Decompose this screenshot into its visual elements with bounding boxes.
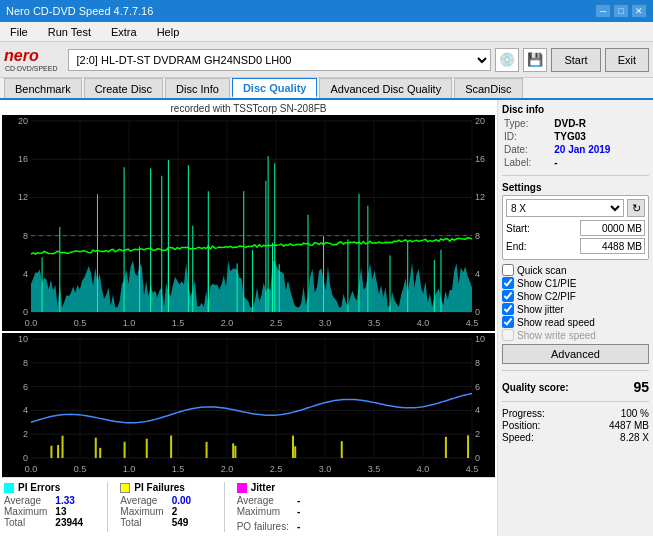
speed-value: 8.28 X <box>620 432 649 443</box>
quality-score-label: Quality score: <box>502 382 569 393</box>
pi-failures-total-value: 549 <box>172 517 212 528</box>
disc-icon-button[interactable]: 💿 <box>495 48 519 72</box>
progress-label: Progress: <box>502 408 545 419</box>
show-read-speed-label: Show read speed <box>517 317 595 328</box>
title-bar: Nero CD-DVD Speed 4.7.7.16 ─ □ ✕ <box>0 0 653 22</box>
quick-scan-row: Quick scan <box>502 264 649 276</box>
pi-failures-label: PI Failures <box>134 482 185 493</box>
chart-title: recorded with TSSTcorp SN-208FB <box>2 102 495 115</box>
show-jitter-checkbox[interactable] <box>502 303 514 315</box>
save-icon-button[interactable]: 💾 <box>523 48 547 72</box>
disc-id-row: ID: TYG03 <box>502 130 649 143</box>
disc-date-value: 20 Jan 2019 <box>552 143 649 156</box>
toolbar: nero CD·DVD/SPEED [2:0] HL-DT-ST DVDRAM … <box>0 42 653 78</box>
end-input[interactable] <box>580 238 645 254</box>
maximize-button[interactable]: □ <box>613 4 629 18</box>
tab-benchmark[interactable]: Benchmark <box>4 78 82 98</box>
disc-date-label: Date: <box>502 143 552 156</box>
show-write-speed-label: Show write speed <box>517 330 596 341</box>
chart-area: recorded with TSSTcorp SN-208FB PI Error… <box>0 100 498 536</box>
exit-button[interactable]: Exit <box>605 48 649 72</box>
drive-selector[interactable]: [2:0] HL-DT-ST DVDRAM GH24NSD0 LH00 <box>68 49 492 71</box>
disc-type-row: Type: DVD-R <box>502 117 649 130</box>
jitter-stats: Jitter Average - Maximum - PO failures: … <box>237 482 337 532</box>
right-panel: Disc info Type: DVD-R ID: TYG03 Date: 20… <box>498 100 653 536</box>
po-failures-label: PO failures: <box>237 521 289 532</box>
progress-value: 100 % <box>621 408 649 419</box>
disc-info-title: Disc info <box>502 104 649 115</box>
jitter-legend <box>237 483 247 493</box>
po-failures-value: - <box>297 521 337 532</box>
pi-errors-label: PI Errors <box>18 482 60 493</box>
show-c2-row: Show C2/PIF <box>502 290 649 302</box>
tab-advanced-disc-quality[interactable]: Advanced Disc Quality <box>319 78 452 98</box>
refresh-button[interactable]: ↻ <box>627 199 645 217</box>
speed-label: Speed: <box>502 432 534 443</box>
pi-failures-avg-value: 0.00 <box>172 495 212 506</box>
jitter-avg-label: Average <box>237 495 274 506</box>
show-c1-label: Show C1/PIE <box>517 278 576 289</box>
pi-failures-avg-label: Average <box>120 495 157 506</box>
show-c1-checkbox[interactable] <box>502 277 514 289</box>
pi-errors-avg-value: 1.33 <box>55 495 95 506</box>
start-button[interactable]: Start <box>551 48 600 72</box>
menu-bar: File Run Test Extra Help <box>0 22 653 42</box>
settings-box: 8 X ↻ Start: End: <box>502 195 649 260</box>
show-jitter-row: Show jitter <box>502 303 649 315</box>
quick-scan-label: Quick scan <box>517 265 566 276</box>
show-c1-row: Show C1/PIE <box>502 277 649 289</box>
nero-subtitle: CD·DVD/SPEED <box>5 65 58 72</box>
pi-failures-stats: PI Failures Average 0.00 Maximum 2 Total… <box>120 482 211 532</box>
top-chart <box>2 115 495 331</box>
disc-date-row: Date: 20 Jan 2019 <box>502 143 649 156</box>
position-label: Position: <box>502 420 540 431</box>
show-jitter-label: Show jitter <box>517 304 564 315</box>
close-button[interactable]: ✕ <box>631 4 647 18</box>
nero-logo: nero <box>4 47 58 65</box>
menu-extra[interactable]: Extra <box>105 24 143 40</box>
logo: nero CD·DVD/SPEED <box>4 47 58 72</box>
start-input[interactable] <box>580 220 645 236</box>
pi-failures-max-value: 2 <box>172 506 212 517</box>
show-c2-checkbox[interactable] <box>502 290 514 302</box>
menu-file[interactable]: File <box>4 24 34 40</box>
show-write-speed-row: Show write speed <box>502 329 649 341</box>
advanced-button[interactable]: Advanced <box>502 344 649 364</box>
disc-id-label: ID: <box>502 130 552 143</box>
menu-run-test[interactable]: Run Test <box>42 24 97 40</box>
disc-type-value: DVD-R <box>552 117 649 130</box>
position-value: 4487 MB <box>609 420 649 431</box>
show-read-speed-checkbox[interactable] <box>502 316 514 328</box>
pi-errors-total-value: 23944 <box>55 517 95 528</box>
menu-help[interactable]: Help <box>151 24 186 40</box>
main-content: recorded with TSSTcorp SN-208FB PI Error… <box>0 100 653 536</box>
pi-errors-stats: PI Errors Average 1.33 Maximum 13 Total … <box>4 482 95 532</box>
pi-failures-max-label: Maximum <box>120 506 163 517</box>
disc-info-section: Disc info Type: DVD-R ID: TYG03 Date: 20… <box>502 104 649 169</box>
tab-disc-quality[interactable]: Disc Quality <box>232 78 318 98</box>
disc-id-value: TYG03 <box>552 130 649 143</box>
quick-scan-checkbox[interactable] <box>502 264 514 276</box>
disc-label-value: - <box>552 156 649 169</box>
settings-title: Settings <box>502 182 649 193</box>
quality-score-row: Quality score: 95 <box>502 379 649 395</box>
pi-errors-max-label: Maximum <box>4 506 47 517</box>
speed-select[interactable]: 8 X <box>506 199 624 217</box>
tab-scan-disc[interactable]: ScanDisc <box>454 78 522 98</box>
jitter-max-value: - <box>297 506 337 517</box>
disc-info-table: Type: DVD-R ID: TYG03 Date: 20 Jan 2019 … <box>502 117 649 169</box>
tab-disc-info[interactable]: Disc Info <box>165 78 230 98</box>
pi-errors-max-value: 13 <box>55 506 95 517</box>
jitter-max-label: Maximum <box>237 506 280 517</box>
tab-create-disc[interactable]: Create Disc <box>84 78 163 98</box>
stats-row: PI Errors Average 1.33 Maximum 13 Total … <box>2 477 495 534</box>
pi-failures-legend <box>120 483 130 493</box>
title-bar-text: Nero CD-DVD Speed 4.7.7.16 <box>6 5 153 17</box>
progress-section: Progress: 100 % Position: 4487 MB Speed:… <box>502 408 649 444</box>
tabs-bar: Benchmark Create Disc Disc Info Disc Qua… <box>0 78 653 100</box>
pi-errors-total-label: Total <box>4 517 25 528</box>
jitter-label: Jitter <box>251 482 275 493</box>
show-write-speed-checkbox[interactable] <box>502 329 514 341</box>
start-label: Start: <box>506 223 530 234</box>
minimize-button[interactable]: ─ <box>595 4 611 18</box>
